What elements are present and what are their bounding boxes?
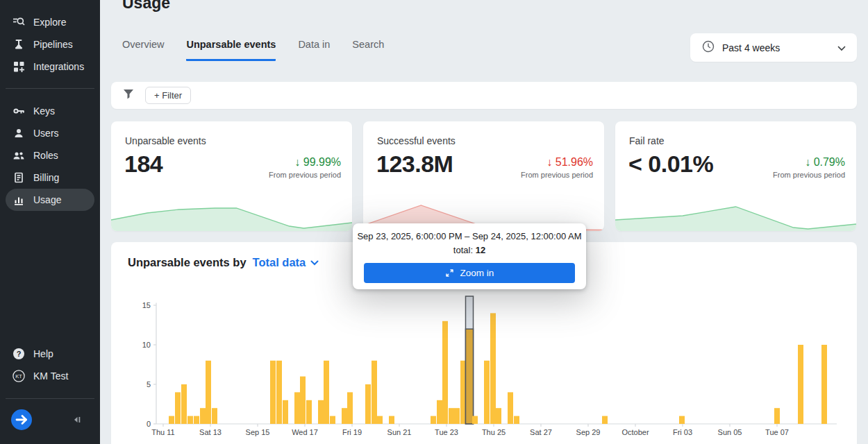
bar[interactable] — [270, 361, 276, 424]
bar[interactable] — [472, 416, 478, 424]
x-axis-label: Sep 29 — [576, 428, 601, 436]
sidebar-divider — [6, 398, 94, 399]
sidebar-item-account[interactable]: KT KM Test — [0, 365, 100, 387]
chart-tooltip: Sep 23, 2025, 6:00:00 PM – Sep 24, 2025,… — [353, 223, 586, 289]
bar[interactable] — [194, 416, 199, 424]
sidebar-group-top: Explore Pipelines Integrations — [0, 11, 100, 78]
x-axis-label: Tue 07 — [765, 428, 789, 436]
stat-cards-row: Unparsable events 184 ↓ 99.99% From prev… — [111, 121, 856, 231]
bar[interactable] — [389, 416, 394, 424]
tab-overview[interactable]: Overview — [122, 39, 164, 61]
sidebar-item-label: Users — [33, 128, 59, 139]
bar[interactable] — [774, 408, 780, 424]
sidebar-item-explore[interactable]: Explore — [0, 11, 100, 33]
sidebar-divider — [6, 88, 94, 89]
key-icon — [12, 105, 25, 117]
bar[interactable] — [300, 377, 306, 424]
avatar: KT — [12, 370, 25, 382]
sidebar-item-pipelines[interactable]: Pipelines — [0, 33, 100, 56]
user-icon — [12, 127, 25, 139]
bar[interactable] — [365, 384, 371, 424]
sidebar-item-label: Billing — [33, 172, 59, 183]
bar[interactable] — [342, 408, 347, 424]
sidebar-item-help[interactable]: ? Help — [0, 343, 100, 365]
x-axis-label: October — [621, 428, 649, 436]
sidebar-item-label: Help — [33, 348, 53, 359]
sidebar-item-roles[interactable]: Roles — [0, 144, 100, 166]
stat-card-fail-rate: Fail rate < 0.01% ↓ 0.79% From previous … — [615, 121, 856, 231]
sidebar: Explore Pipelines Integrations — [0, 0, 100, 444]
chart-dimension-select[interactable]: Total data — [253, 256, 319, 269]
x-axis-label: Sat 27 — [530, 428, 552, 436]
tab-bar: Overview Unparsable events Data in Searc… — [122, 39, 384, 61]
bar[interactable] — [372, 361, 377, 424]
x-axis-label: Sep 15 — [246, 428, 270, 436]
sidebar-item-label: Usage — [33, 194, 61, 205]
clock-icon — [701, 40, 715, 56]
bar[interactable] — [514, 416, 519, 424]
bar[interactable] — [181, 384, 187, 424]
bar[interactable] — [449, 408, 454, 424]
stat-card-delta: ↓ 51.96% From previous period — [521, 156, 593, 179]
svg-text:15: 15 — [142, 301, 151, 309]
bar[interactable] — [330, 416, 335, 424]
zoom-in-button[interactable]: Zoom in — [364, 263, 575, 283]
sidebar-item-label: Keys — [33, 105, 55, 117]
billing-receipt-icon — [12, 171, 25, 184]
x-axis-label: Sun 21 — [387, 428, 412, 436]
bar[interactable] — [437, 400, 442, 424]
bar[interactable] — [490, 313, 496, 424]
svg-text:10: 10 — [142, 341, 151, 349]
bar[interactable] — [484, 361, 490, 424]
filter-bar: + Filter — [111, 82, 857, 109]
tab-unparsable-events[interactable]: Unparsable events — [186, 39, 276, 61]
sidebar-item-integrations[interactable]: Integrations — [0, 56, 100, 78]
selected-bar[interactable] — [466, 329, 474, 424]
bar[interactable] — [679, 416, 685, 424]
bar[interactable] — [324, 361, 329, 424]
bar[interactable] — [169, 416, 174, 424]
sidebar-item-users[interactable]: Users — [0, 122, 100, 144]
bar[interactable] — [821, 345, 827, 424]
bar[interactable] — [798, 345, 803, 424]
funnel-icon[interactable] — [123, 89, 134, 102]
add-filter-button[interactable]: + Filter — [145, 87, 191, 104]
x-axis-label: Thu 11 — [151, 428, 174, 436]
bar[interactable] — [175, 392, 181, 424]
delta-value: 99.99% — [303, 156, 341, 168]
bar[interactable] — [377, 416, 383, 424]
sidebar-item-keys[interactable]: Keys — [0, 100, 100, 122]
sidebar-item-label: Pipelines — [33, 39, 73, 50]
sidebar-item-label: Explore — [33, 17, 66, 28]
sidebar-item-usage[interactable]: Usage — [6, 189, 94, 211]
tab-search[interactable]: Search — [352, 39, 384, 61]
time-range-select[interactable]: Past 4 weeks — [690, 33, 857, 62]
bar[interactable] — [496, 408, 501, 424]
bar[interactable] — [602, 416, 608, 424]
bar[interactable] — [294, 392, 300, 424]
x-axis-label: Thu 25 — [482, 428, 506, 436]
bar[interactable] — [508, 392, 513, 424]
bar[interactable] — [318, 400, 324, 424]
sidebar-item-billing[interactable]: Billing — [0, 166, 100, 189]
bar[interactable] — [276, 361, 282, 424]
stat-card-delta: ↓ 0.79% From previous period — [773, 156, 845, 179]
bar[interactable] — [442, 321, 448, 424]
tab-data-in[interactable]: Data in — [298, 39, 330, 61]
bar[interactable] — [431, 416, 436, 424]
bar[interactable] — [283, 400, 288, 424]
app-logo[interactable] — [11, 409, 32, 430]
bar[interactable] — [187, 416, 193, 424]
bar[interactable] — [212, 408, 217, 424]
bar[interactable] — [347, 392, 353, 424]
delta-subtext: From previous period — [773, 171, 845, 179]
bar[interactable] — [306, 400, 312, 424]
collapse-sidebar-icon[interactable] — [72, 415, 82, 425]
bar[interactable] — [206, 361, 211, 424]
stat-card-title: Unparsable events — [125, 135, 206, 146]
delta-value: 0.79% — [814, 156, 845, 168]
bar[interactable] — [454, 408, 460, 424]
bar[interactable] — [200, 408, 206, 424]
pipeline-valve-icon — [12, 38, 25, 51]
x-axis-label: Sun 05 — [718, 428, 742, 436]
